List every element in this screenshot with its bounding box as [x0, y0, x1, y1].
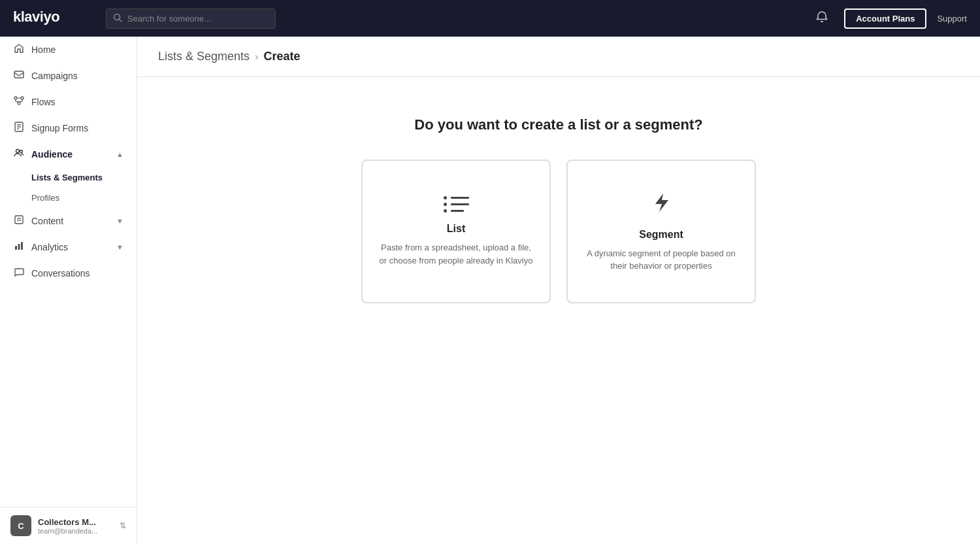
campaigns-icon: [13, 69, 25, 82]
support-link[interactable]: Support: [937, 14, 967, 24]
list-card-title: List: [447, 223, 465, 235]
sidebar-label-flows: Flows: [31, 97, 56, 107]
svg-line-2: [120, 19, 122, 22]
logo-text: klaviyo: [13, 7, 85, 29]
content-chevron-icon: ▼: [116, 217, 123, 225]
svg-text:klaviyo: klaviyo: [13, 8, 59, 25]
signup-forms-icon: [13, 122, 25, 135]
logo[interactable]: klaviyo: [13, 7, 85, 29]
breadcrumb-current: Create: [263, 50, 300, 63]
search-input[interactable]: [127, 14, 269, 24]
svg-rect-13: [15, 216, 23, 224]
choice-cards: List Paste from a spreadsheet, upload a …: [361, 160, 756, 303]
sidebar-subitem-lists-segments[interactable]: Lists & Segments: [0, 167, 137, 188]
sidebar-subitem-label-profiles: Profiles: [31, 193, 59, 203]
list-card[interactable]: List Paste from a spreadsheet, upload a …: [361, 160, 551, 303]
svg-rect-16: [15, 246, 17, 250]
sidebar-item-campaigns[interactable]: Campaigns: [0, 63, 137, 89]
sidebar-item-signup-forms[interactable]: Signup Forms: [0, 115, 137, 141]
breadcrumb-parent-link[interactable]: Lists & Segments: [158, 50, 250, 63]
sidebar-item-audience[interactable]: Audience ▲: [0, 141, 137, 167]
page-question: Do you want to create a list or a segmen…: [414, 116, 702, 133]
sidebar-label-campaigns: Campaigns: [31, 71, 78, 81]
breadcrumb-separator: ›: [255, 51, 258, 63]
content-icon: [13, 214, 25, 228]
sidebar: Home Campaigns Flows Signup Forms A: [0, 37, 137, 544]
bolt-icon: [649, 191, 673, 218]
account-switcher[interactable]: C Collectors M... team@brandeda... ⇅: [0, 507, 137, 544]
home-icon: [13, 43, 25, 56]
svg-rect-3: [14, 71, 24, 78]
segment-card-description: A dynamic segment of people based on the…: [583, 247, 739, 273]
avatar: C: [10, 515, 31, 536]
sidebar-label-home: Home: [31, 44, 56, 55]
svg-point-4: [14, 97, 17, 99]
list-icon: [444, 196, 469, 212]
analytics-icon: [13, 241, 25, 254]
account-email: team@brandeda...: [38, 527, 113, 535]
sidebar-label-conversations: Conversations: [31, 268, 90, 279]
sidebar-subitem-profiles[interactable]: Profiles: [0, 188, 137, 208]
analytics-chevron-icon: ▼: [116, 243, 123, 251]
audience-chevron-icon: ▲: [116, 150, 123, 158]
sidebar-item-content[interactable]: Content ▼: [0, 208, 137, 234]
segment-card-title: Segment: [639, 229, 683, 241]
sidebar-subitem-label-lists: Lists & Segments: [31, 173, 103, 182]
sidebar-item-flows[interactable]: Flows: [0, 89, 137, 115]
svg-point-5: [21, 97, 24, 99]
search-bar[interactable]: [106, 8, 276, 29]
account-info: Collectors M... team@brandeda...: [38, 517, 113, 535]
sidebar-item-analytics[interactable]: Analytics ▼: [0, 234, 137, 260]
top-navigation: klaviyo Account Plans Support: [0, 0, 980, 37]
svg-rect-17: [18, 244, 20, 250]
audience-icon: [13, 148, 25, 161]
page-body: Do you want to create a list or a segmen…: [137, 77, 980, 544]
breadcrumb: Lists & Segments › Create: [137, 37, 980, 77]
sidebar-item-home[interactable]: Home: [0, 37, 137, 63]
svg-rect-18: [21, 242, 23, 250]
notification-bell-icon[interactable]: [810, 8, 834, 29]
account-plans-button[interactable]: Account Plans: [844, 8, 926, 29]
account-name: Collectors M...: [38, 517, 113, 527]
sidebar-label-content: Content: [31, 216, 63, 226]
main-content: Lists & Segments › Create Do you want to…: [137, 37, 980, 544]
sidebar-item-conversations[interactable]: Conversations: [0, 260, 137, 286]
sidebar-label-audience: Audience: [31, 149, 73, 160]
list-card-description: Paste from a spreadsheet, upload a file,…: [378, 241, 534, 267]
segment-card[interactable]: Segment A dynamic segment of people base…: [566, 160, 756, 303]
svg-point-12: [20, 150, 23, 153]
conversations-icon: [13, 267, 25, 280]
expand-icon: ⇅: [120, 521, 126, 530]
sidebar-label-signup-forms: Signup Forms: [31, 123, 88, 133]
search-icon: [113, 13, 122, 24]
svg-point-6: [18, 102, 20, 105]
sidebar-label-analytics: Analytics: [31, 242, 68, 252]
flows-icon: [13, 95, 25, 109]
svg-point-11: [16, 150, 20, 153]
